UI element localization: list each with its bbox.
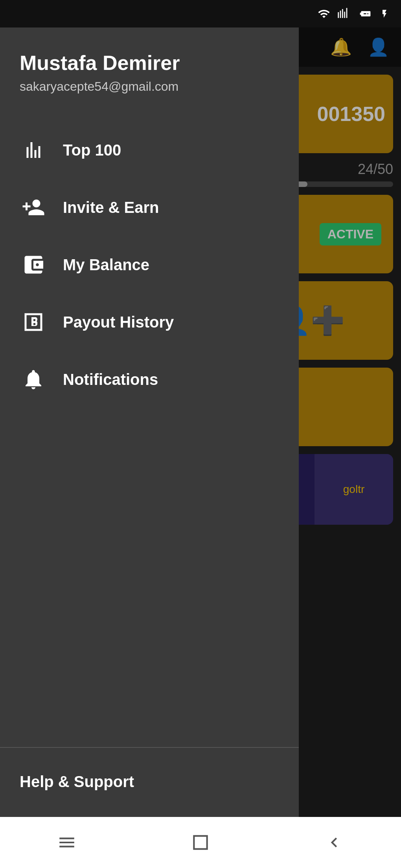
bitcoin-icon: [20, 308, 47, 336]
menu-label-notifications: Notifications: [63, 371, 158, 388]
wallet-icon: [20, 251, 47, 278]
chart-bar-icon: [20, 136, 47, 164]
bottom-nav: [0, 817, 401, 868]
menu-items: Top 100 Invite & Earn My Balance: [0, 114, 299, 747]
battery-icon: [355, 7, 375, 20]
menu-item-notifications[interactable]: Notifications: [0, 351, 299, 408]
app-preview-content: goltr: [315, 454, 393, 525]
card-number: 001350: [317, 102, 385, 126]
back-arrow-icon: [324, 833, 344, 852]
menu-label-help: Help & Support: [20, 773, 134, 790]
profile-icon[interactable]: 👤: [368, 37, 389, 57]
square-icon: [191, 833, 210, 852]
menu-label-payout: Payout History: [63, 313, 174, 331]
active-badge: ACTIVE: [320, 223, 381, 245]
bell-icon: [20, 366, 47, 393]
status-icons: [316, 7, 389, 20]
menu-label-top100: Top 100: [63, 141, 121, 159]
notification-icon[interactable]: 🔔: [330, 37, 352, 57]
charging-icon: [380, 7, 389, 20]
menu-item-balance[interactable]: My Balance: [0, 236, 299, 293]
nav-drawer: Mustafa Demirer sakaryacepte54@gmail.com…: [0, 0, 299, 868]
user-profile: Mustafa Demirer sakaryacepte54@gmail.com: [0, 27, 299, 114]
menu-item-invite[interactable]: Invite & Earn: [0, 179, 299, 236]
menu-item-help[interactable]: Help & Support: [0, 756, 299, 808]
menu-label-invite: Invite & Earn: [63, 199, 159, 216]
drawer-status-bar: [0, 0, 299, 27]
menu-item-payout[interactable]: Payout History: [0, 293, 299, 351]
user-email: sakaryacepte54@gmail.com: [20, 79, 279, 94]
user-name: Mustafa Demirer: [20, 51, 279, 75]
nav-home-button[interactable]: [185, 827, 216, 858]
nav-menu-button[interactable]: [51, 827, 83, 858]
menu-item-top100[interactable]: Top 100: [0, 121, 299, 179]
add-person-icon: [20, 194, 47, 221]
wifi-icon: [316, 7, 332, 20]
hamburger-icon: [57, 833, 77, 852]
signal-icon: [337, 7, 351, 20]
menu-label-balance: My Balance: [63, 256, 149, 274]
nav-back-button[interactable]: [318, 827, 350, 858]
